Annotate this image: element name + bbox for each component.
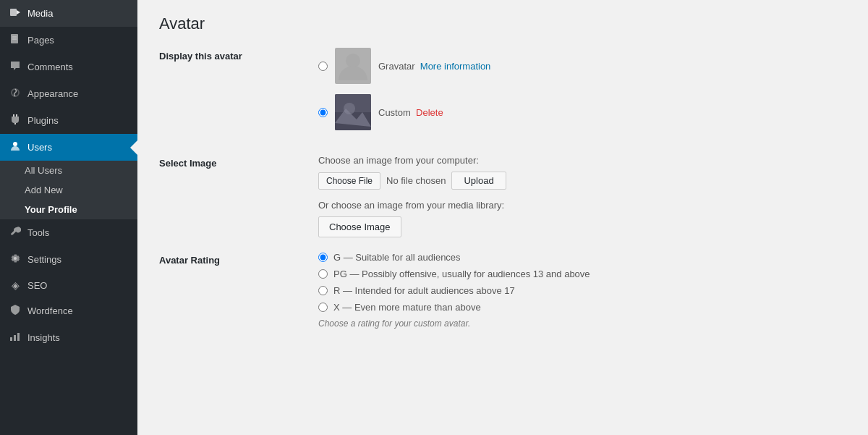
rating-x: X — Even more mature than above xyxy=(318,302,846,313)
sidebar-item-wordfence[interactable]: Wordfence xyxy=(0,297,137,324)
sidebar-item-label-tools: Tools xyxy=(27,227,49,238)
svg-marker-1 xyxy=(17,10,20,14)
sidebar-item-seo[interactable]: ◈ SEO xyxy=(0,273,137,297)
custom-label: Custom Delete xyxy=(378,107,443,118)
avatar-rating-section: Avatar Rating G — Suitable for all audie… xyxy=(159,252,846,329)
sidebar-item-appearance[interactable]: Appearance xyxy=(0,80,137,107)
rating-r: R — Intended for adult audiences above 1… xyxy=(318,285,846,296)
avatar-rating-label: Avatar Rating xyxy=(159,252,318,266)
rating-g: G — Suitable for all audiences xyxy=(318,252,846,263)
rating-pg-radio[interactable] xyxy=(318,269,328,279)
svg-rect-8 xyxy=(14,123,16,124)
sidebar-item-label-plugins: Plugins xyxy=(27,115,59,126)
rating-x-label: X — Even more mature than above xyxy=(333,302,481,313)
custom-radio[interactable] xyxy=(318,108,328,117)
sidebar-item-label-media: Media xyxy=(27,8,53,19)
sidebar-item-pages[interactable]: Pages xyxy=(0,27,137,54)
sidebar: Media Pages Comments Appearance Plugins … xyxy=(0,0,137,435)
rating-g-label: G — Suitable for all audiences xyxy=(333,252,461,263)
choose-file-button[interactable]: Choose File xyxy=(318,172,380,190)
comments-icon xyxy=(9,60,22,74)
rating-pg: PG — Possibly offensive, usually for aud… xyxy=(318,269,846,279)
select-image-section: Select Image Choose an image from your c… xyxy=(159,155,846,237)
sidebar-item-media[interactable]: Media xyxy=(0,0,137,27)
insights-icon xyxy=(9,331,22,345)
media-lib-label: Or choose an image from your media libra… xyxy=(318,200,846,211)
sidebar-item-tools[interactable]: Tools xyxy=(0,219,137,246)
display-avatar-content: Gravatar More information xyxy=(318,48,846,140)
plugins-icon xyxy=(9,114,22,127)
settings-icon xyxy=(9,253,22,266)
no-file-text: No file chosen xyxy=(386,175,446,186)
sidebar-item-label-pages: Pages xyxy=(27,35,54,46)
gravatar-option: Gravatar More information xyxy=(318,48,846,84)
select-image-content: Choose an image from your computer: Choo… xyxy=(318,155,846,237)
sidebar-submenu-your-profile[interactable]: Your Profile xyxy=(0,200,137,219)
sidebar-item-label-appearance: Appearance xyxy=(27,88,78,99)
sidebar-submenu-add-new[interactable]: Add New xyxy=(0,180,137,200)
avatar-rating-content: G — Suitable for all audiences PG — Poss… xyxy=(318,252,846,329)
gravatar-thumbnail xyxy=(335,48,371,84)
sidebar-item-users[interactable]: Users xyxy=(0,134,137,161)
svg-point-9 xyxy=(13,142,17,146)
sidebar-item-label-insights: Insights xyxy=(27,332,60,343)
upload-button[interactable]: Upload xyxy=(451,172,506,190)
sidebar-item-label-users: Users xyxy=(27,142,52,153)
seo-icon: ◈ xyxy=(9,279,22,291)
sidebar-item-comments[interactable]: Comments xyxy=(0,54,137,80)
rating-x-radio[interactable] xyxy=(318,303,328,312)
pages-icon xyxy=(9,33,22,47)
main-content: Avatar Display this avatar Gravatar More… xyxy=(137,0,868,435)
rating-note: Choose a rating for your custom avatar. xyxy=(318,318,846,329)
svg-rect-12 xyxy=(17,333,20,341)
sidebar-item-label-seo: SEO xyxy=(27,280,47,291)
gravatar-radio[interactable] xyxy=(318,62,328,71)
svg-rect-10 xyxy=(10,337,12,341)
file-input-row: Choose File No file chosen Upload xyxy=(318,172,846,190)
sidebar-item-settings[interactable]: Settings xyxy=(0,246,137,273)
sidebar-item-label-settings: Settings xyxy=(27,254,61,265)
svg-rect-6 xyxy=(13,114,14,117)
custom-avatar-thumbnail xyxy=(335,94,371,130)
rating-pg-label: PG — Possibly offensive, usually for aud… xyxy=(333,269,590,279)
svg-rect-7 xyxy=(16,114,17,117)
select-image-label: Select Image xyxy=(159,155,318,169)
wordfence-icon xyxy=(9,304,22,318)
custom-avatar-option: Custom Delete xyxy=(318,94,846,130)
svg-rect-0 xyxy=(10,9,17,16)
sidebar-item-insights[interactable]: Insights xyxy=(0,324,137,351)
users-icon xyxy=(9,140,22,154)
custom-avatar-image xyxy=(335,94,371,130)
sidebar-item-label-wordfence: Wordfence xyxy=(27,305,73,316)
gravatar-label: Gravatar More information xyxy=(378,61,490,72)
appearance-icon xyxy=(9,87,22,101)
sidebar-item-plugins[interactable]: Plugins xyxy=(0,107,137,134)
rating-r-label: R — Intended for adult audiences above 1… xyxy=(333,285,515,296)
sidebar-submenu-all-users[interactable]: All Users xyxy=(0,161,137,180)
rating-r-radio[interactable] xyxy=(318,286,328,295)
rating-g-radio[interactable] xyxy=(318,253,328,262)
choose-image-button[interactable]: Choose Image xyxy=(318,216,401,237)
sidebar-item-label-comments: Comments xyxy=(27,62,73,72)
display-avatar-label: Display this avatar xyxy=(159,48,318,62)
page-title: Avatar xyxy=(159,14,846,33)
gravatar-more-info-link[interactable]: More information xyxy=(420,61,491,72)
media-icon xyxy=(9,7,22,20)
computer-desc: Choose an image from your computer: xyxy=(318,155,846,166)
display-avatar-section: Display this avatar Gravatar More inform… xyxy=(159,48,846,140)
delete-custom-link[interactable]: Delete xyxy=(416,107,443,118)
svg-rect-11 xyxy=(14,335,16,341)
tools-icon xyxy=(9,226,22,240)
users-submenu: All Users Add New Your Profile xyxy=(0,161,137,219)
